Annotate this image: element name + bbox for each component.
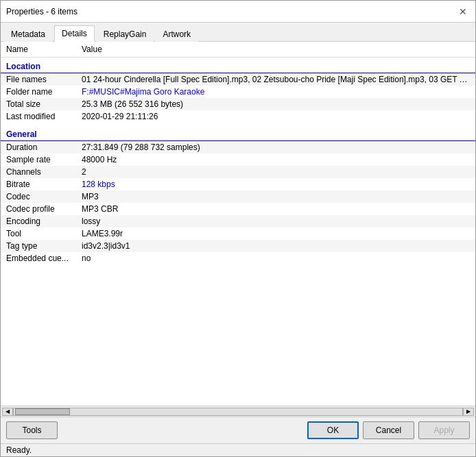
prop-encoding-label: Encoding	[6, 217, 82, 226]
column-name-header: Name	[6, 45, 82, 54]
general-section-header: General	[1, 125, 475, 141]
prop-channels-value: 2	[82, 167, 86, 177]
row-tag-type: Tag type id3v2.3|id3v1	[1, 240, 475, 252]
row-total-size: Total size 25.3 MB (26 552 316 bytes)	[1, 98, 475, 110]
properties-window: Properties - 6 items ✕ Metadata Details …	[0, 0, 476, 457]
tab-details[interactable]: Details	[54, 25, 95, 42]
scroll-right-arrow[interactable]: ▶	[463, 408, 474, 416]
tools-button[interactable]: Tools	[6, 421, 58, 439]
bottom-bar: Tools OK Cancel Apply	[1, 417, 475, 443]
location-section-header: Location	[1, 58, 475, 73]
prop-tag-type-value: id3v2.3|id3v1	[82, 241, 130, 251]
prop-total-size-label: Total size	[6, 99, 82, 109]
prop-codec-value: MP3	[82, 192, 99, 201]
column-headers: Name Value	[1, 42, 475, 58]
prop-file-names-label: File names	[6, 75, 82, 84]
title-bar: Properties - 6 items ✕	[1, 1, 475, 23]
window-title: Properties - 6 items	[6, 7, 78, 16]
tab-artwork[interactable]: Artwork	[155, 26, 198, 42]
close-button[interactable]: ✕	[456, 6, 470, 17]
prop-duration-value: 27:31.849 (79 288 732 samples)	[82, 143, 200, 152]
prop-codec-profile-value: MP3 CBR	[82, 204, 118, 214]
prop-file-names-value: 01 24-hour Cinderella [Full Spec Edition…	[82, 75, 470, 84]
prop-embedded-cue-label: Embedded cue...	[6, 254, 82, 263]
status-bar: Ready.	[1, 443, 475, 456]
row-embedded-cue: Embedded cue... no	[1, 252, 475, 264]
column-value-header: Value	[82, 45, 102, 54]
prop-channels-label: Channels	[6, 167, 82, 177]
row-duration: Duration 27:31.849 (79 288 732 samples)	[1, 141, 475, 153]
scrollbar-area: ◀ ▶	[1, 406, 475, 417]
row-codec-profile: Codec profile MP3 CBR	[1, 203, 475, 215]
ok-button[interactable]: OK	[307, 421, 359, 439]
prop-codec-label: Codec	[6, 192, 82, 201]
prop-duration-label: Duration	[6, 143, 82, 152]
row-codec: Codec MP3	[1, 190, 475, 203]
row-encoding: Encoding lossy	[1, 215, 475, 227]
prop-embedded-cue-value: no	[82, 254, 91, 263]
prop-folder-name-value: F:#MUSIC#Majima Goro Karaoke	[82, 87, 204, 97]
row-sample-rate: Sample rate 48000 Hz	[1, 153, 475, 166]
tabs-bar: Metadata Details ReplayGain Artwork	[1, 23, 475, 42]
row-bitrate: Bitrate 128 kbps	[1, 178, 475, 190]
prop-tool-label: Tool	[6, 229, 82, 238]
prop-tool-value: LAME3.99r	[82, 229, 123, 238]
tools-group: Tools	[6, 421, 58, 439]
prop-folder-name-label: Folder name	[6, 87, 82, 97]
prop-bitrate-label: Bitrate	[6, 180, 82, 189]
apply-button[interactable]: Apply	[418, 421, 470, 439]
content-area[interactable]: Location File names 01 24-hour Cinderell…	[1, 58, 475, 406]
prop-total-size-value: 25.3 MB (26 552 316 bytes)	[82, 99, 183, 109]
prop-codec-profile-label: Codec profile	[6, 204, 82, 214]
row-folder-name: Folder name F:#MUSIC#Majima Goro Karaoke	[1, 86, 475, 98]
prop-last-modified-value: 2020-01-29 21:11:26	[82, 112, 158, 121]
tab-replaygain[interactable]: ReplayGain	[96, 26, 154, 42]
status-text: Ready.	[6, 445, 32, 455]
action-buttons: OK Cancel Apply	[307, 421, 470, 439]
prop-last-modified-label: Last modified	[6, 112, 82, 121]
scroll-left-arrow[interactable]: ◀	[2, 408, 13, 416]
tab-metadata[interactable]: Metadata	[3, 26, 53, 42]
h-scrollbar[interactable]	[13, 408, 463, 416]
row-last-modified: Last modified 2020-01-29 21:11:26	[1, 110, 475, 123]
prop-bitrate-value: 128 kbps	[82, 180, 115, 189]
row-tool: Tool LAME3.99r	[1, 227, 475, 240]
prop-tag-type-label: Tag type	[6, 241, 82, 251]
prop-sample-rate-value: 48000 Hz	[82, 155, 117, 164]
row-channels: Channels 2	[1, 166, 475, 178]
row-file-names: File names 01 24-hour Cinderella [Full S…	[1, 73, 475, 86]
cancel-button[interactable]: Cancel	[363, 421, 414, 439]
prop-encoding-value: lossy	[82, 217, 100, 226]
prop-sample-rate-label: Sample rate	[6, 155, 82, 164]
h-scroll-thumb[interactable]	[15, 408, 70, 415]
